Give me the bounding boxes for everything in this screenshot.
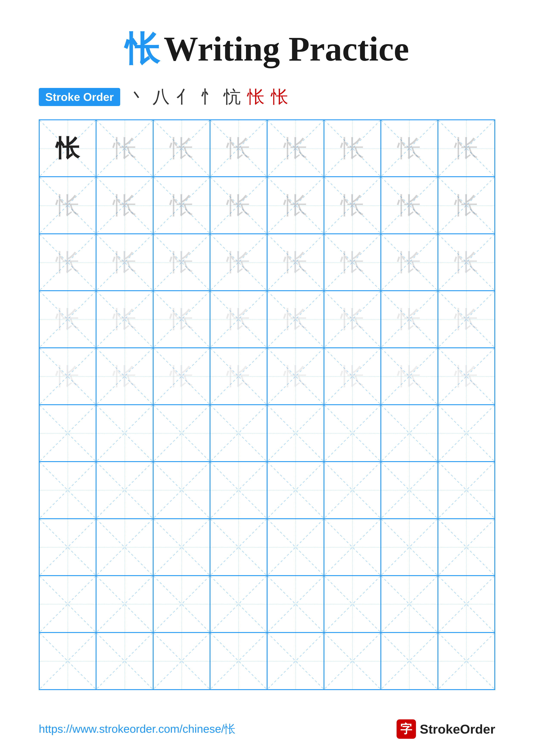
practice-char: 怅	[56, 251, 80, 274]
grid-cell[interactable]	[210, 519, 267, 576]
grid-cell[interactable]	[153, 633, 210, 689]
svg-line-120	[267, 519, 323, 575]
grid-cell[interactable]	[324, 633, 381, 689]
grid-cell[interactable]: 怅	[39, 348, 96, 405]
svg-line-99	[96, 462, 153, 518]
grid-cell[interactable]	[381, 519, 438, 576]
grid-cell[interactable]	[210, 462, 267, 519]
grid-cell[interactable]: 怅	[153, 348, 210, 405]
grid-cell[interactable]: 怅	[267, 234, 324, 291]
grid-cell[interactable]: 怅	[96, 120, 153, 177]
grid-cell[interactable]	[153, 462, 210, 519]
practice-char: 怅	[284, 307, 307, 331]
svg-line-157	[381, 633, 437, 689]
grid-cell[interactable]: 怅	[210, 348, 267, 405]
svg-line-88	[267, 405, 323, 461]
grid-cell[interactable]	[210, 405, 267, 462]
grid-cell[interactable]	[267, 462, 324, 519]
grid-cell[interactable]: 怅	[381, 291, 438, 348]
practice-char: 怅	[170, 136, 193, 160]
grid-cell[interactable]	[324, 519, 381, 576]
grid-cell[interactable]	[96, 462, 153, 519]
grid-cell[interactable]: 怅	[39, 120, 96, 177]
svg-line-80	[39, 405, 96, 461]
grid-cell[interactable]: 怅	[438, 120, 495, 177]
grid-cell[interactable]	[39, 576, 96, 633]
grid-cell[interactable]: 怅	[381, 234, 438, 291]
svg-line-137	[267, 576, 323, 632]
grid-cell[interactable]: 怅	[96, 291, 153, 348]
grid-cell[interactable]	[324, 576, 381, 633]
svg-line-115	[96, 519, 153, 575]
grid-cell[interactable]: 怅	[324, 177, 381, 233]
grid-cell[interactable]: 怅	[153, 291, 210, 348]
grid-cell[interactable]	[438, 519, 495, 576]
grid-cell[interactable]	[96, 519, 153, 576]
grid-cell[interactable]: 怅	[153, 177, 210, 233]
svg-line-93	[381, 405, 437, 461]
practice-char: 怅	[284, 251, 307, 274]
grid-cell[interactable]	[96, 633, 153, 689]
grid-cell[interactable]	[153, 576, 210, 633]
grid-cell[interactable]: 怅	[267, 291, 324, 348]
grid-cell[interactable]	[324, 405, 381, 462]
grid-cell[interactable]: 怅	[324, 120, 381, 177]
grid-cell[interactable]	[324, 462, 381, 519]
grid-cell[interactable]: 怅	[381, 120, 438, 177]
grid-cell[interactable]: 怅	[438, 177, 495, 233]
grid-cell[interactable]	[96, 576, 153, 633]
practice-char: 怅	[284, 136, 307, 160]
grid-cell[interactable]: 怅	[324, 348, 381, 405]
stroke-6: 怅	[247, 85, 265, 109]
practice-char: 怅	[284, 194, 307, 217]
title-chinese-char: 怅	[125, 30, 159, 68]
grid-cell[interactable]: 怅	[267, 120, 324, 177]
grid-cell[interactable]	[381, 576, 438, 633]
grid-cell[interactable]: 怅	[210, 291, 267, 348]
grid-cell[interactable]: 怅	[39, 291, 96, 348]
grid-cell[interactable]	[438, 633, 495, 689]
grid-cell[interactable]	[438, 462, 495, 519]
grid-cell[interactable]: 怅	[96, 177, 153, 233]
grid-cell[interactable]: 怅	[438, 291, 495, 348]
grid-cell[interactable]: 怅	[381, 177, 438, 233]
grid-cell[interactable]	[438, 405, 495, 462]
grid-cell[interactable]	[39, 462, 96, 519]
grid-cell[interactable]	[267, 405, 324, 462]
grid-cell[interactable]: 怅	[381, 348, 438, 405]
grid-cell[interactable]: 怅	[39, 234, 96, 291]
grid-cell[interactable]: 怅	[96, 348, 153, 405]
grid-cell[interactable]: 怅	[96, 234, 153, 291]
grid-cell[interactable]	[39, 405, 96, 462]
grid-cell[interactable]	[267, 633, 324, 689]
grid-cell[interactable]	[381, 462, 438, 519]
grid-cell[interactable]	[39, 519, 96, 576]
grid-cell[interactable]: 怅	[39, 177, 96, 233]
grid-cell[interactable]	[210, 633, 267, 689]
title-english-text: Writing Practice	[164, 30, 409, 68]
grid-cell[interactable]: 怅	[267, 177, 324, 233]
grid-cell[interactable]	[39, 633, 96, 689]
grid-cell[interactable]: 怅	[210, 120, 267, 177]
grid-cell[interactable]	[96, 405, 153, 462]
svg-line-144	[39, 633, 96, 689]
grid-cell[interactable]: 怅	[324, 234, 381, 291]
grid-cell[interactable]: 怅	[438, 234, 495, 291]
grid-cell[interactable]: 怅	[267, 348, 324, 405]
grid-cell[interactable]: 怅	[153, 120, 210, 177]
grid-cell[interactable]	[267, 519, 324, 576]
footer-url[interactable]: https://www.strokeorder.com/chinese/怅	[39, 721, 236, 737]
grid-cell[interactable]	[438, 576, 495, 633]
svg-line-128	[39, 576, 96, 632]
grid-cell[interactable]: 怅	[210, 234, 267, 291]
grid-cell[interactable]	[267, 576, 324, 633]
grid-cell[interactable]: 怅	[210, 177, 267, 233]
grid-cell[interactable]	[381, 405, 438, 462]
grid-cell[interactable]	[210, 576, 267, 633]
grid-cell[interactable]	[153, 405, 210, 462]
grid-cell[interactable]: 怅	[438, 348, 495, 405]
grid-cell[interactable]: 怅	[153, 234, 210, 291]
grid-cell[interactable]	[153, 519, 210, 576]
grid-cell[interactable]	[381, 633, 438, 689]
grid-cell[interactable]: 怅	[324, 291, 381, 348]
